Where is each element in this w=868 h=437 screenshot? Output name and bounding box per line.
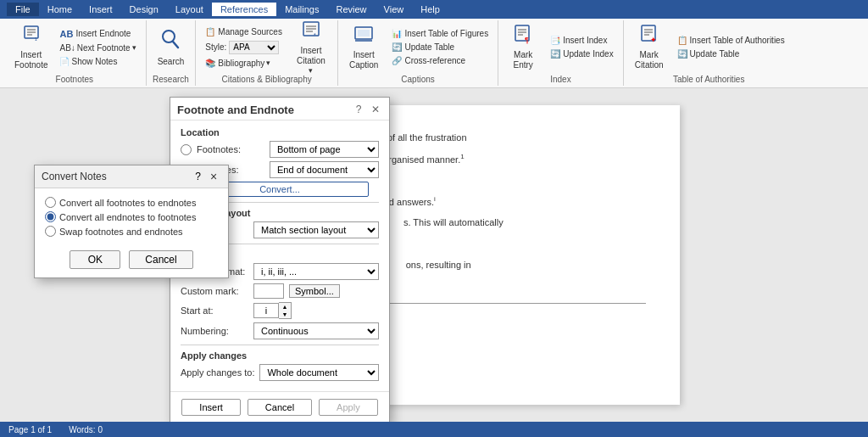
insert-toa-button[interactable]: 📋 Insert Table of Authorities [673, 34, 789, 47]
insert-caption-button[interactable]: Insert Caption [343, 22, 384, 72]
convert-radio-2[interactable] [45, 211, 56, 222]
convert-radio-3[interactable] [45, 226, 56, 237]
convert-cancel-button[interactable]: Cancel [129, 250, 192, 269]
insert-citation-button[interactable]: * Insert Citation ▾ [290, 22, 332, 72]
update-index-icon: 🔄 [550, 49, 560, 59]
convert-dialog-title: Convert Notes [42, 171, 107, 182]
tab-layout[interactable]: Layout [167, 3, 212, 16]
mark-entry-button[interactable]: ¶ Mark Entry [504, 22, 542, 72]
show-notes-button[interactable]: 📄 Show Notes [55, 55, 140, 68]
next-footnote-button[interactable]: AB↓ Next Footnote ▾ [55, 42, 140, 54]
ab-insert-endnote-button[interactable]: AB Insert Endnote [55, 27, 140, 41]
convert-option-2-label: Convert all endnotes to footnotes [59, 212, 196, 222]
numbering-select[interactable]: Continuous Restart each section Restart … [253, 322, 379, 339]
custom-mark-input[interactable] [253, 283, 284, 299]
footnote-small-buttons: AB Insert Endnote AB↓ Next Footnote ▾ 📄 … [55, 22, 140, 72]
bibliography-button[interactable]: 📚 Bibliography ▾ [201, 57, 287, 70]
bibliography-icon: 📚 [205, 59, 215, 68]
custom-mark-row: Custom mark: Symbol... [181, 283, 379, 299]
svg-text:¹: ¹ [35, 36, 37, 44]
insert-endnote-label: Insert Endnote [75, 29, 131, 38]
fn-cancel-button[interactable]: Cancel [248, 399, 312, 416]
tab-file[interactable]: File [7, 3, 39, 16]
update-toa-label: Update Table [690, 49, 740, 59]
cross-reference-button[interactable]: 🔗 Cross-reference [387, 54, 492, 67]
cross-reference-label: Cross-reference [404, 56, 465, 65]
mark-citation-button[interactable]: ✦ Mark Citation [629, 22, 670, 72]
spinner-buttons: ▲ ▼ [279, 302, 292, 319]
update-index-label: Update Index [563, 49, 614, 59]
start-at-input[interactable] [253, 303, 279, 318]
apply-changes-row: Apply changes to: Whole document This se… [181, 364, 379, 381]
update-table-captions-button[interactable]: 🔄 Update Table [387, 41, 492, 53]
style-dropdown[interactable]: APAMLAChicago [229, 41, 279, 54]
captions-group: Insert Caption 📊 Insert Table of Figures… [338, 20, 498, 86]
svg-line-6 [173, 42, 178, 48]
fn-dialog-help-button[interactable]: ? [352, 103, 365, 116]
number-format-select[interactable]: i, ii, iii, ... 1, 2, 3, ... a, b, c, ..… [253, 263, 379, 280]
insert-footnote-button[interactable]: ¹ Insert Footnote [8, 22, 53, 72]
insert-caption-label: Insert Caption [349, 50, 378, 70]
convert-radio-1[interactable] [45, 197, 56, 208]
fn-dialog-close-button[interactable]: ✕ [369, 103, 382, 116]
footnotes-row: Footnotes: Bottom of page Below text [181, 141, 379, 158]
doc-area: ...the use of all the frustration ...fro… [0, 88, 868, 422]
tab-insert[interactable]: Insert [81, 3, 121, 16]
convert-dialog-body: Convert all footnotes to endnotes Conver… [35, 188, 228, 245]
endnotes-location-select[interactable]: End of document End of section [270, 161, 379, 178]
research-group-label: Research [147, 75, 196, 84]
citations-group-label: Citations & Bibliography [196, 75, 337, 84]
tab-view[interactable]: View [376, 3, 413, 16]
convert-ok-button[interactable]: OK [70, 250, 120, 269]
caption-icon [353, 24, 374, 48]
fn-apply-button[interactable]: Apply [319, 399, 378, 416]
toa-group-label: Table of Authorities [624, 75, 794, 84]
convert-help-btn[interactable]: ? [195, 171, 201, 182]
convert-dialog-title-bar: Convert Notes ? × [35, 165, 228, 188]
columns-select[interactable]: Match section layout 123 [253, 221, 379, 238]
fn-dialog-title-bar: Footnote and Endnote ? ✕ [170, 98, 389, 120]
tab-mailings[interactable]: Mailings [276, 3, 327, 16]
index-small-buttons: 📑 Insert Index 🔄 Update Index [546, 22, 618, 72]
manage-sources-button[interactable]: 📋 Manage Sources [201, 25, 287, 38]
mark-entry-label: Mark Entry [514, 50, 533, 70]
numbering-row: Numbering: Continuous Restart each secti… [181, 322, 379, 339]
status-words: Words: 0 [69, 425, 103, 434]
tab-references[interactable]: References [212, 3, 276, 16]
bibliography-dropdown-icon[interactable]: ▾ [266, 59, 270, 67]
toa-small-buttons: 📋 Insert Table of Authorities 🔄 Update T… [673, 22, 789, 72]
index-group: ¶ Mark Entry 📑 Insert Index 🔄 Update Ind… [498, 20, 624, 86]
research-group: Search Research [147, 20, 197, 86]
symbol-button[interactable]: Symbol... [289, 284, 340, 298]
itf-icon: 📊 [392, 29, 402, 38]
insert-index-button[interactable]: 📑 Insert Index [546, 34, 618, 47]
status-bar: Page 1 of 1 Words: 0 [0, 422, 868, 437]
apply-to-select[interactable]: Whole document This section [259, 364, 379, 381]
spinner-up-button[interactable]: ▲ [279, 303, 291, 311]
tab-home[interactable]: Home [39, 3, 81, 16]
tab-review[interactable]: Review [328, 3, 376, 16]
insert-table-figures-button[interactable]: 📊 Insert Table of Figures [387, 27, 492, 40]
spinner-down-button[interactable]: ▼ [279, 311, 291, 318]
tab-help[interactable]: Help [412, 3, 448, 16]
convert-close-button[interactable]: × [206, 169, 221, 184]
insert-citation-dropdown[interactable]: ▾ [309, 66, 313, 76]
apply-changes-label: Apply changes [181, 350, 379, 361]
toa-group: ✦ Mark Citation 📋 Insert Table of Author… [624, 20, 794, 86]
footnotes-group: ¹ Insert Footnote AB Insert Endnote AB↓ … [3, 20, 147, 86]
show-notes-icon: 📄 [59, 57, 70, 66]
status-page: Page 1 of 1 [8, 425, 52, 434]
footnotes-radio[interactable] [181, 144, 192, 155]
next-fn-dropdown-icon[interactable]: ▾ [132, 43, 136, 52]
update-toa-button[interactable]: 🔄 Update Table [673, 48, 789, 60]
insert-toa-label: Insert Table of Authorities [690, 36, 785, 45]
numbering-label: Numbering: [181, 326, 248, 336]
fn-insert-button[interactable]: Insert [181, 399, 241, 416]
tab-design[interactable]: Design [121, 3, 167, 16]
update-index-button[interactable]: 🔄 Update Index [546, 48, 618, 60]
search-button[interactable]: Search [152, 22, 191, 72]
mark-citation-icon: ✦ [640, 24, 659, 48]
citations-group: 📋 Manage Sources Style: APAMLAChicago 📚 … [196, 20, 338, 86]
footnotes-location-select[interactable]: Bottom of page Below text [270, 141, 379, 158]
style-selector[interactable]: Style: APAMLAChicago [201, 39, 287, 56]
